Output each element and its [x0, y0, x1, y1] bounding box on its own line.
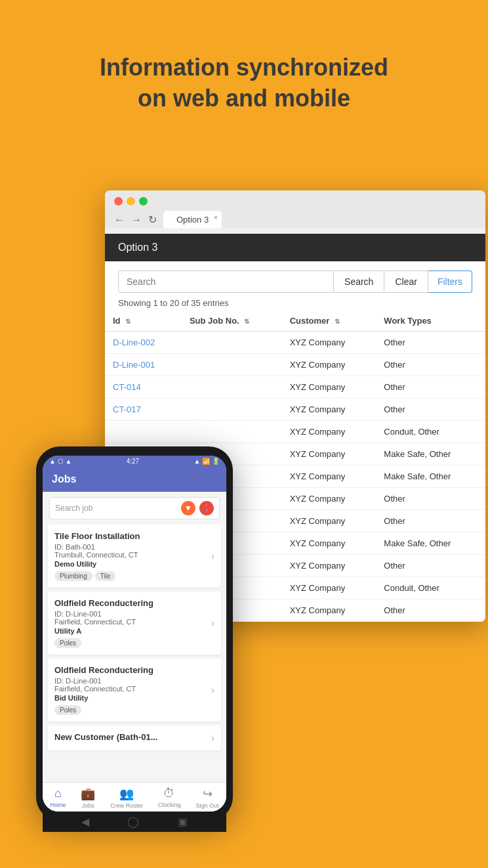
job-title: Oldfield Reconductering — [54, 598, 214, 608]
table-header-row: Id ⇅ Sub Job No. ⇅ Customer ⇅ Work Types — [105, 311, 485, 332]
home-hw-button[interactable]: ◯ — [127, 815, 139, 828]
phone-job-item[interactable]: New Customer (Bath-01... › — [48, 726, 221, 750]
cell-id — [105, 421, 182, 443]
phone-status-bar: ▲ ⬡ ▲ 4:27 ▲ 📶 🔋 — [43, 456, 226, 467]
job-title: Oldfield Reconductering — [54, 665, 214, 675]
cell-customer: XYZ Company — [282, 354, 376, 376]
phone-job-item[interactable]: Oldfield Reconductering ID: D-Line-001 F… — [48, 592, 221, 655]
search-button[interactable]: Search — [334, 271, 384, 293]
nav-label-3: Clocking — [158, 802, 181, 808]
app-title: Option 3 — [118, 242, 157, 253]
col-customer[interactable]: Customer ⇅ — [282, 311, 376, 332]
job-tags: PlumbingTile — [54, 571, 214, 581]
chevron-right-icon: › — [211, 550, 214, 562]
job-tag: Poles — [54, 705, 81, 715]
phone-search-placeholder: Search job — [55, 504, 181, 513]
col-work-types[interactable]: Work Types — [376, 311, 485, 332]
back-hw-button[interactable]: ◀ — [81, 815, 89, 828]
cell-work-types: Other — [376, 354, 485, 376]
phone-home-bar: ◀ ◯ ▣ — [43, 812, 226, 832]
nav-icon-2: 👥 — [119, 787, 134, 801]
phone-nav-crew-roster[interactable]: 👥 Crew Roster — [110, 787, 143, 809]
phone-job-item[interactable]: Tile Floor Installation ID: Bath-001 Tru… — [48, 525, 221, 588]
phone-app-header: Jobs — [43, 467, 226, 492]
cell-id[interactable]: CT-014 — [105, 376, 182, 399]
status-time: 4:27 — [127, 458, 139, 465]
phone-job-list: Tile Floor Installation ID: Bath-001 Tru… — [43, 525, 226, 782]
phone-filter-button[interactable]: ▼ — [181, 501, 195, 515]
table-row[interactable]: XYZ Company Conduit, Other — [105, 421, 485, 443]
col-id[interactable]: Id ⇅ — [105, 311, 182, 332]
sort-icon-id: ⇅ — [125, 318, 131, 325]
job-id: ID: D-Line-001 — [54, 610, 214, 618]
cell-id[interactable]: D-Line-001 — [105, 354, 182, 376]
status-right-icons: ▲ 📶 🔋 — [194, 458, 220, 465]
browser-tab[interactable]: Option 3 × — [163, 211, 222, 228]
cell-sub-job — [182, 354, 282, 376]
cell-customer: XYZ Company — [282, 577, 376, 599]
job-company: Bid Utility — [54, 694, 214, 702]
nav-label-1: Jobs — [82, 802, 94, 809]
phone-nav-clocking[interactable]: ⏱ Clocking — [158, 787, 181, 809]
nav-label-2: Crew Roster — [110, 802, 143, 809]
cell-sub-job — [182, 421, 282, 443]
cell-sub-job — [182, 332, 282, 354]
table-row[interactable]: CT-017 XYZ Company Other — [105, 399, 485, 421]
reload-button[interactable]: ↻ — [148, 213, 157, 226]
phone-job-item[interactable]: Oldfield Reconductering ID: D-Line-001 F… — [48, 659, 221, 722]
phone-nav-jobs[interactable]: 💼 Jobs — [81, 787, 95, 809]
sort-icon-customer: ⇅ — [335, 318, 340, 325]
cell-work-types: Other — [376, 555, 485, 577]
phone-search-bar[interactable]: Search job ▼ 📍 — [49, 497, 220, 519]
job-location: Fairfield, Connecticut, CT — [54, 618, 214, 626]
phone-nav-sign-out[interactable]: ↪ Sign Out — [195, 787, 218, 809]
cell-customer: XYZ Company — [282, 488, 376, 510]
cell-customer: XYZ Company — [282, 332, 376, 354]
clear-button[interactable]: Clear — [384, 271, 428, 293]
job-tag: Poles — [54, 638, 81, 648]
nav-label-4: Sign Out — [195, 802, 218, 809]
tab-close-button[interactable]: × — [214, 213, 218, 221]
cell-sub-job — [182, 399, 282, 421]
table-row[interactable]: CT-014 XYZ Company Other — [105, 376, 485, 399]
table-row[interactable]: D-Line-002 XYZ Company Other — [105, 332, 485, 354]
dot-red[interactable] — [114, 197, 123, 206]
phone-screen: ▲ ⬡ ▲ 4:27 ▲ 📶 🔋 Jobs Search job ▼ 📍 Til… — [43, 456, 226, 812]
phone-filter-icons: ▼ 📍 — [181, 501, 214, 515]
cell-customer: XYZ Company — [282, 421, 376, 443]
square-hw-button[interactable]: ▣ — [178, 815, 188, 828]
dot-yellow[interactable] — [127, 197, 135, 206]
job-id: ID: D-Line-001 — [54, 677, 214, 685]
search-input[interactable] — [118, 271, 334, 293]
cell-customer: XYZ Company — [282, 466, 376, 488]
dot-green[interactable] — [139, 197, 148, 206]
back-button[interactable]: ← — [114, 214, 125, 226]
forward-button[interactable]: → — [131, 214, 142, 226]
cell-work-types: Other — [376, 488, 485, 510]
col-sub-job[interactable]: Sub Job No. ⇅ — [182, 311, 282, 332]
phone-nav-home[interactable]: ⌂ Home — [50, 787, 66, 809]
cell-customer: XYZ Company — [282, 376, 376, 399]
job-company: Utility A — [54, 627, 214, 635]
job-location: Trumbull, Connecticut, CT — [54, 551, 214, 559]
job-title: Tile Floor Installation — [54, 531, 214, 541]
phone-location-button[interactable]: 📍 — [199, 501, 214, 515]
app-header: Option 3 — [105, 234, 485, 261]
phone-bottom-nav: ⌂ Home 💼 Jobs 👥 Crew Roster ⏱ Clocking ↪… — [43, 782, 226, 812]
cell-work-types: Other — [376, 376, 485, 399]
cell-customer: XYZ Company — [282, 399, 376, 421]
nav-icon-4: ↪ — [203, 787, 213, 801]
cell-id[interactable]: CT-017 — [105, 399, 182, 421]
chevron-right-icon: › — [211, 617, 214, 629]
cell-work-types: Other — [376, 510, 485, 532]
table-row[interactable]: D-Line-001 XYZ Company Other — [105, 354, 485, 376]
browser-chrome: ← → ↻ Option 3 × — [105, 190, 485, 228]
cell-sub-job — [182, 376, 282, 399]
browser-dots — [114, 197, 476, 206]
filters-button[interactable]: Filters — [428, 271, 472, 293]
phone-device: ▲ ⬡ ▲ 4:27 ▲ 📶 🔋 Jobs Search job ▼ 📍 Til… — [36, 446, 233, 821]
job-company: Demo Utility — [54, 560, 214, 568]
cell-id[interactable]: D-Line-002 — [105, 332, 182, 354]
cell-work-types: Make Safe, Other — [376, 466, 485, 488]
job-tags: Poles — [54, 638, 214, 648]
